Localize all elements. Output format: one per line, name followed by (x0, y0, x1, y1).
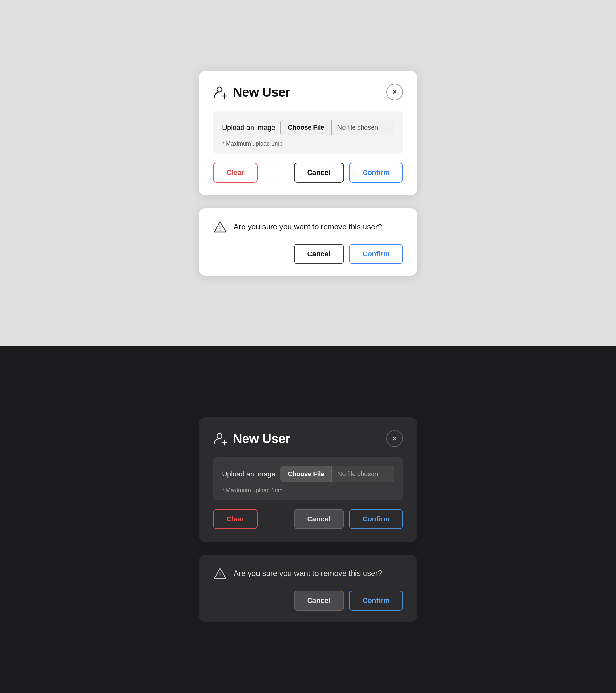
no-file-label-light: No file chosen (332, 120, 394, 135)
choose-file-button-dark[interactable]: Choose File (281, 467, 332, 481)
confirm-message-row-dark: Are you sure you want to remove this use… (213, 566, 403, 580)
modal-header-dark: New User × (213, 430, 403, 447)
cancel-button-light[interactable]: Cancel (294, 163, 344, 182)
choose-file-button-light[interactable]: Choose File (281, 120, 332, 135)
new-user-modal-dark: New User × Upload an image Choose File N… (199, 417, 417, 542)
user-add-icon-light (213, 84, 228, 100)
light-theme-section: New User × Upload an image Choose File N… (0, 0, 616, 346)
confirm-dialog-light: Are you sure you want to remove this use… (199, 208, 417, 276)
new-user-title-dark: New User (233, 432, 290, 446)
upload-section-light: Upload an image Choose File No file chos… (213, 111, 403, 154)
confirm-buttons-light: Cancel Confirm (213, 244, 403, 264)
upload-label-dark: Upload an image (222, 470, 275, 478)
confirm-message-row-light: Are you sure you want to remove this use… (213, 220, 403, 234)
upload-section-dark: Upload an image Choose File No file chos… (213, 457, 403, 500)
confirm-button-light[interactable]: Confirm (349, 163, 403, 182)
dark-theme-section: New User × Upload an image Choose File N… (0, 346, 616, 693)
file-row-dark: Upload an image Choose File No file chos… (222, 466, 394, 482)
close-button-light[interactable]: × (386, 84, 403, 100)
action-right-dark: Cancel Confirm (294, 509, 403, 529)
user-add-icon-dark (213, 431, 228, 446)
confirm-confirm-button-dark[interactable]: Confirm (349, 591, 403, 611)
no-file-label-dark: No file chosen (332, 467, 394, 481)
file-input-wrapper-light: Choose File No file chosen (280, 120, 394, 135)
confirm-dialog-dark: Are you sure you want to remove this use… (199, 555, 417, 622)
confirm-cancel-button-light[interactable]: Cancel (294, 244, 344, 264)
file-row-light: Upload an image Choose File No file chos… (222, 120, 394, 135)
new-user-title-light: New User (233, 85, 290, 99)
new-user-modal-light: New User × Upload an image Choose File N… (199, 71, 417, 195)
confirm-buttons-dark: Cancel Confirm (213, 591, 403, 611)
confirm-button-dark[interactable]: Confirm (349, 509, 403, 529)
svg-point-0 (217, 87, 222, 92)
warning-icon-dark (213, 566, 227, 580)
modal-title-group-dark: New User (213, 431, 290, 446)
file-input-wrapper-dark: Choose File No file chosen (280, 466, 394, 482)
modal-title-group-light: New User (213, 84, 290, 100)
modal-header-light: New User × (213, 84, 403, 100)
upload-label-light: Upload an image (222, 123, 275, 132)
action-row-dark: Clear Cancel Confirm (213, 509, 403, 529)
clear-button-dark[interactable]: Clear (213, 509, 258, 529)
confirm-cancel-button-dark[interactable]: Cancel (294, 591, 344, 611)
cancel-button-dark[interactable]: Cancel (294, 509, 344, 529)
upload-note-dark: * Maximum upload 1mb (222, 487, 283, 493)
close-button-dark[interactable]: × (386, 430, 403, 447)
confirm-confirm-button-light[interactable]: Confirm (349, 244, 403, 264)
action-row-light: Clear Cancel Confirm (213, 163, 403, 182)
confirm-message-text-dark: Are you sure you want to remove this use… (234, 569, 382, 578)
warning-icon-light (213, 220, 227, 234)
svg-point-4 (220, 230, 221, 231)
confirm-message-text-light: Are you sure you want to remove this use… (234, 222, 382, 231)
svg-point-5 (217, 433, 222, 439)
action-right-light: Cancel Confirm (294, 163, 403, 182)
svg-point-9 (220, 576, 221, 577)
upload-note-light: * Maximum upload 1mb (222, 140, 283, 147)
clear-button-light[interactable]: Clear (213, 163, 258, 182)
